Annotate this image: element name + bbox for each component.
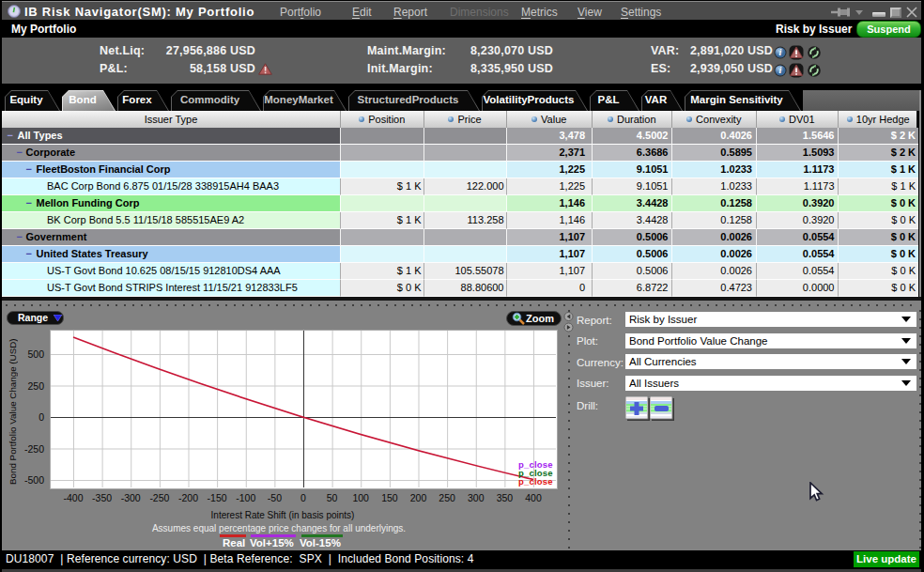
svg-text:i: i [779, 47, 782, 57]
svg-text:i: i [779, 65, 782, 75]
